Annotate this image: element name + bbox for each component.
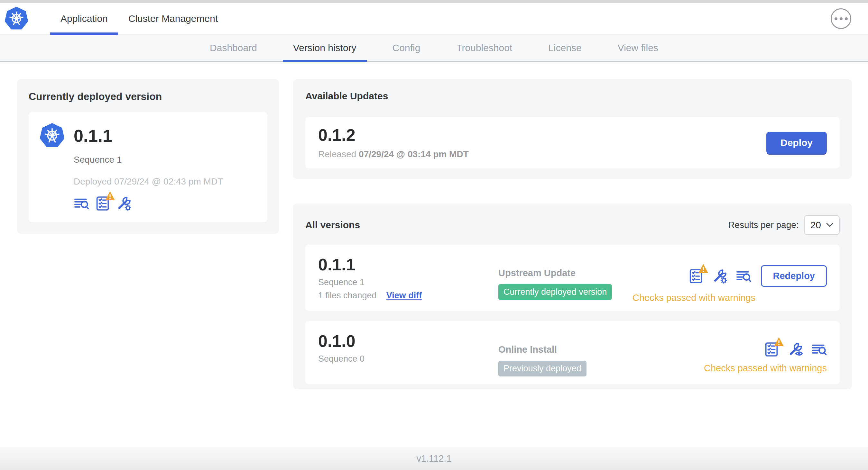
released-label: Released (318, 149, 356, 159)
version-row-info: 0.1.1 Sequence 1 1 files changed View di… (318, 256, 498, 303)
admin-console-version: v1.112.1 (416, 453, 452, 464)
subnav-license[interactable]: License (530, 35, 599, 61)
config-tools-icon[interactable] (712, 268, 727, 284)
all-versions-header: All versions Results per page: 20 (305, 215, 840, 235)
currently-deployed-card: Currently deployed version 0.1.1 Sequenc… (17, 79, 279, 234)
main-content: Currently deployed version 0.1.1 Sequenc… (0, 62, 868, 389)
preflight-status-text: Checks passed with warnings (632, 293, 755, 303)
version-row-0.1.1: 0.1.1 Sequence 1 1 files changed View di… (305, 245, 840, 311)
tab-cluster-management-label: Cluster Management (128, 13, 218, 24)
row-version-number: 0.1.1 (318, 256, 498, 274)
row-version-number: 0.1.0 (318, 332, 498, 350)
previously-deployed-badge: Previously deployed (498, 361, 587, 376)
row-action-icons (764, 342, 827, 357)
row-action-icons: Redeploy (688, 265, 827, 287)
view-diff-link[interactable]: View diff (386, 291, 422, 301)
warning-triangle-icon (698, 263, 709, 274)
right-column: Available Updates 0.1.2 Released 07/29/2… (293, 79, 852, 389)
redeploy-button[interactable]: Redeploy (761, 265, 827, 287)
version-row-source: Online Install Previously deployed (498, 332, 704, 376)
app-subnav: Dashboard Version history Config Trouble… (0, 35, 868, 62)
app-footer: v1.112.1 (0, 447, 868, 470)
ellipsis-icon (835, 18, 837, 20)
currently-deployed-title: Currently deployed version (29, 91, 267, 103)
subnav-dashboard[interactable]: Dashboard (192, 35, 275, 61)
version-row-actions: Redeploy Checks passed with warnings (632, 256, 827, 303)
preflight-checks-warning-icon[interactable] (95, 196, 110, 211)
results-per-page-label: Results per page: (728, 220, 799, 230)
results-per-page-value: 20 (810, 220, 821, 231)
deployed-timestamp: Deployed 07/29/24 @ 02:43 pm MDT (74, 176, 256, 187)
row-sequence: Sequence 0 (318, 354, 498, 364)
window-top-strip (0, 0, 868, 3)
update-released-line: Released 07/29/24 @ 03:14 pm MDT (318, 149, 469, 160)
config-tools-icon[interactable] (116, 196, 132, 211)
left-column: Currently deployed version 0.1.1 Sequenc… (17, 79, 279, 389)
all-versions-card: All versions Results per page: 20 0.1.1 … (293, 203, 852, 389)
available-updates-card: Available Updates 0.1.2 Released 07/29/2… (293, 79, 852, 179)
all-versions-title: All versions (305, 220, 360, 231)
kubernetes-app-icon (39, 123, 65, 148)
app-header: Application Cluster Management (0, 3, 868, 35)
deploy-logs-icon[interactable] (74, 196, 89, 211)
preflight-checks-warning-icon[interactable] (688, 268, 704, 284)
update-version-number: 0.1.2 (318, 126, 469, 144)
row-sequence: Sequence 1 (318, 277, 498, 288)
version-row-actions: Checks passed with warnings (704, 332, 827, 376)
subnav-config[interactable]: Config (374, 35, 438, 61)
warning-triangle-icon (104, 191, 116, 202)
chevron-down-icon (826, 223, 833, 227)
row-files-changed: 1 files changed View diff (318, 291, 498, 301)
currently-deployed-version-panel: 0.1.1 Sequence 1 Deployed 07/29/24 @ 02:… (29, 112, 267, 222)
more-options-button[interactable] (831, 8, 851, 29)
row-source-label: Online Install (498, 344, 704, 355)
config-view-icon[interactable] (787, 342, 803, 357)
preflight-checks-warning-icon[interactable] (764, 342, 779, 357)
results-per-page: Results per page: 20 (728, 215, 840, 235)
deploy-logs-icon[interactable] (811, 342, 827, 357)
results-per-page-select[interactable]: 20 (804, 215, 840, 235)
kubernetes-logo-icon (4, 7, 28, 31)
subnav-troubleshoot[interactable]: Troubleshoot (438, 35, 530, 61)
released-date: 07/29/24 @ 03:14 pm MDT (359, 149, 469, 159)
tab-application[interactable]: Application (50, 3, 118, 34)
currently-deployed-badge: Currently deployed version (498, 284, 612, 300)
deployed-sequence: Sequence 1 (74, 155, 256, 165)
tab-application-label: Application (60, 13, 108, 24)
subnav-view-files[interactable]: View files (600, 35, 676, 61)
available-update-info: 0.1.2 Released 07/29/24 @ 03:14 pm MDT (318, 126, 469, 160)
header-tabs: Application Cluster Management (50, 3, 228, 34)
deployed-version-actions (74, 196, 256, 211)
row-source-label: Upstream Update (498, 268, 632, 278)
version-row-source: Upstream Update Currently deployed versi… (498, 256, 632, 303)
subnav-version-history[interactable]: Version history (275, 35, 374, 61)
warning-triangle-icon (773, 337, 784, 347)
deployed-version-number: 0.1.1 (74, 126, 256, 146)
tab-cluster-management[interactable]: Cluster Management (118, 3, 228, 34)
version-row-0.1.0: 0.1.0 Sequence 0 Online Install Previous… (305, 321, 840, 384)
files-changed-label: 1 files changed (318, 291, 377, 301)
deploy-button[interactable]: Deploy (766, 132, 827, 154)
available-updates-title: Available Updates (305, 91, 840, 102)
deploy-logs-icon[interactable] (736, 268, 751, 284)
available-update-row: 0.1.2 Released 07/29/24 @ 03:14 pm MDT D… (305, 117, 840, 168)
version-row-info: 0.1.0 Sequence 0 (318, 332, 498, 376)
preflight-status-text: Checks passed with warnings (704, 363, 827, 374)
